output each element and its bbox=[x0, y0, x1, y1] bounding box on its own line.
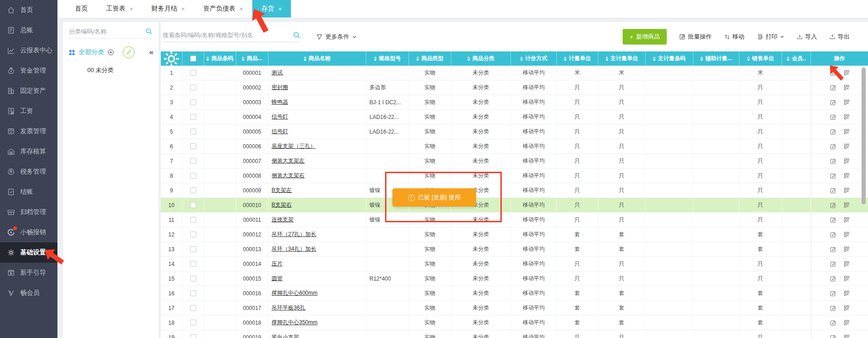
edit-icon[interactable] bbox=[830, 158, 836, 164]
product-name-link[interactable]: 信号灯 bbox=[272, 128, 288, 135]
sort-icon[interactable] bbox=[564, 56, 567, 61]
tab-2[interactable]: 财务月结× bbox=[142, 0, 194, 17]
column-header-6[interactable]: 计价方式 bbox=[511, 51, 557, 66]
column-header-5[interactable]: 商品分类 bbox=[451, 51, 511, 66]
product-name-link[interactable]: 密封圈 bbox=[272, 84, 288, 91]
product-name-link[interactable]: 吊环（27孔）加长 bbox=[272, 231, 316, 238]
row-checkbox[interactable] bbox=[190, 261, 196, 267]
sort-icon[interactable] bbox=[242, 56, 244, 61]
product-search-input[interactable] bbox=[163, 32, 293, 39]
qrcode-icon[interactable] bbox=[844, 217, 850, 223]
row-checkbox[interactable] bbox=[190, 84, 196, 90]
row-checkbox[interactable] bbox=[190, 143, 196, 149]
edit-icon[interactable] bbox=[830, 217, 836, 223]
edit-icon[interactable] bbox=[830, 290, 836, 297]
import-button[interactable]: 导入 bbox=[797, 33, 817, 41]
column-header-10[interactable]: 辅助计量... bbox=[693, 51, 739, 66]
row-checkbox[interactable] bbox=[190, 187, 196, 193]
edit-icon[interactable] bbox=[830, 99, 836, 106]
edit-icon[interactable] bbox=[830, 261, 836, 267]
column-header-4[interactable]: 商品类型 bbox=[409, 51, 451, 66]
sort-icon[interactable] bbox=[653, 56, 656, 61]
row-checkbox[interactable] bbox=[190, 70, 196, 76]
collapse-panel-icon[interactable]: « bbox=[149, 48, 153, 57]
product-name-link[interactable]: 侧装大支架左 bbox=[272, 157, 305, 165]
row-checkbox[interactable] bbox=[190, 129, 196, 135]
product-name-link[interactable]: B支架左 bbox=[272, 186, 292, 194]
edit-icon[interactable] bbox=[830, 143, 836, 150]
row-checkbox[interactable] bbox=[190, 114, 196, 120]
sort-icon[interactable] bbox=[787, 56, 789, 61]
row-checkbox[interactable] bbox=[190, 173, 196, 179]
sidebar-item-invoice[interactable]: 发票管理 bbox=[0, 121, 57, 141]
product-name-link[interactable]: 蜂鸣器 bbox=[272, 98, 288, 106]
column-header-11[interactable]: 销售单位 bbox=[739, 51, 782, 66]
qrcode-icon[interactable] bbox=[844, 114, 850, 120]
product-name-link[interactable]: 圆管 bbox=[272, 275, 283, 282]
search-icon[interactable] bbox=[145, 28, 153, 35]
close-icon[interactable]: × bbox=[130, 6, 133, 12]
sidebar-item-ledger[interactable]: 总账 bbox=[0, 20, 57, 40]
column-header-7[interactable]: 计量单位 bbox=[557, 51, 598, 66]
edit-icon[interactable] bbox=[830, 276, 836, 282]
product-name-link[interactable]: 撑脚孔中心600mm bbox=[272, 289, 318, 297]
column-header-9[interactable]: 主计量条码 bbox=[646, 51, 693, 66]
sort-icon[interactable] bbox=[747, 56, 750, 61]
sidebar-item-fixedassets[interactable]: 固定资产 bbox=[0, 81, 57, 101]
sort-icon[interactable] bbox=[467, 56, 470, 61]
product-name-link[interactable]: 连接支架 bbox=[272, 216, 294, 224]
sidebar-item-funds[interactable]: 资金管理 bbox=[0, 61, 57, 81]
product-name-link[interactable]: 底座支架（三孔） bbox=[272, 142, 316, 150]
edit-icon[interactable] bbox=[830, 320, 836, 326]
sort-icon[interactable] bbox=[374, 56, 377, 61]
sort-icon[interactable] bbox=[416, 56, 419, 61]
category-search-input[interactable] bbox=[69, 28, 145, 35]
qrcode-icon[interactable] bbox=[844, 202, 850, 208]
sidebar-item-payroll[interactable]: 工资 bbox=[0, 101, 57, 121]
product-name-link[interactable]: B支架右 bbox=[272, 201, 292, 209]
sidebar-item-cloudreport[interactable]: 云报表中心 bbox=[0, 40, 57, 61]
product-name-link[interactable]: 吊环平板36孔 bbox=[272, 304, 305, 312]
sidebar-item-inventory[interactable]: 库存核算 bbox=[0, 141, 57, 162]
edit-icon[interactable] bbox=[830, 114, 836, 120]
more-filters-button[interactable]: 更多条件 bbox=[316, 33, 357, 41]
row-checkbox[interactable] bbox=[190, 276, 196, 282]
qrcode-icon[interactable] bbox=[844, 231, 850, 237]
row-checkbox[interactable] bbox=[190, 231, 196, 237]
qrcode-icon[interactable] bbox=[844, 305, 850, 311]
qrcode-icon[interactable] bbox=[844, 276, 850, 282]
qrcode-icon[interactable] bbox=[844, 129, 850, 135]
sidebar-item-guide[interactable]: 新手引导 bbox=[0, 263, 57, 283]
sidebar-item-reimburse[interactable]: 小畅报销 bbox=[0, 222, 57, 242]
column-header-0[interactable]: 商品条码 bbox=[204, 51, 236, 66]
qrcode-icon[interactable] bbox=[844, 143, 850, 149]
category-root-label[interactable]: 全部分类 bbox=[79, 48, 104, 56]
edit-icon[interactable] bbox=[830, 173, 836, 179]
column-header-3[interactable]: 规格型号 bbox=[366, 51, 409, 66]
print-button[interactable]: 打印 bbox=[757, 33, 784, 41]
row-checkbox[interactable] bbox=[190, 99, 196, 105]
edit-icon[interactable] bbox=[830, 84, 836, 91]
export-button[interactable]: 导出 bbox=[829, 33, 850, 41]
edit-icon[interactable] bbox=[830, 187, 836, 194]
qrcode-icon[interactable] bbox=[844, 261, 850, 267]
column-header-1[interactable]: 商品... bbox=[236, 51, 268, 66]
qrcode-icon[interactable] bbox=[844, 246, 850, 252]
search-icon[interactable] bbox=[293, 31, 301, 39]
product-name-link[interactable]: 信号灯 bbox=[272, 113, 288, 121]
sidebar-item-home[interactable]: 首页 bbox=[0, 0, 57, 20]
column-header-2[interactable]: 商品名称 bbox=[268, 51, 366, 66]
sort-icon[interactable] bbox=[606, 56, 608, 61]
row-checkbox[interactable] bbox=[190, 158, 196, 164]
sort-icon[interactable] bbox=[304, 56, 306, 61]
edit-icon[interactable] bbox=[830, 202, 836, 208]
edit-icon[interactable] bbox=[830, 305, 836, 311]
vertical-scrollbar[interactable] bbox=[862, 68, 866, 204]
tab-3[interactable]: 资产负债表× bbox=[194, 0, 252, 17]
close-icon[interactable]: × bbox=[182, 6, 185, 12]
sidebar-item-closing[interactable]: 结账 bbox=[0, 182, 57, 202]
sort-icon[interactable] bbox=[700, 56, 703, 61]
qrcode-icon[interactable] bbox=[844, 173, 850, 179]
product-name-link[interactable]: 吊环（34孔）加长 bbox=[272, 245, 316, 253]
qrcode-icon[interactable] bbox=[844, 290, 850, 296]
